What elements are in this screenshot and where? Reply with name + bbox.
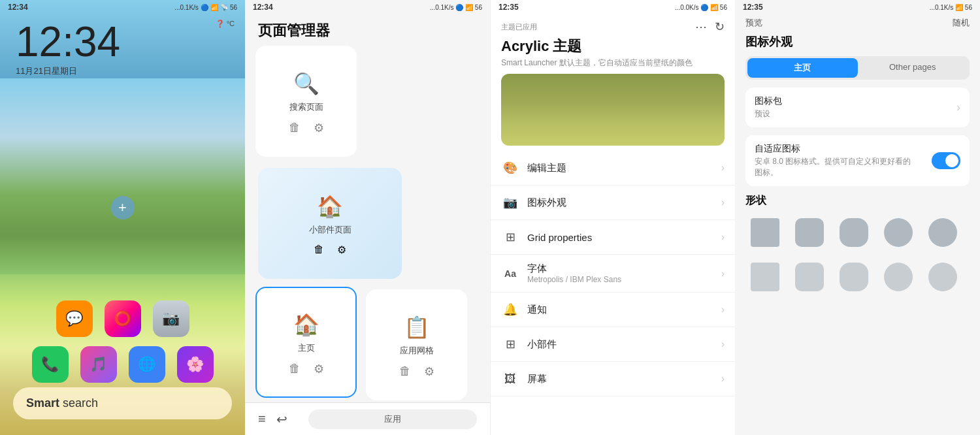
app-button[interactable]: 应用 (308, 410, 477, 429)
smart-search-rest: search (59, 396, 98, 410)
widget-page-label: 小部件页面 (309, 224, 351, 236)
pages-time-status: 12:34 (253, 3, 273, 12)
nav-preview[interactable]: 预览 (745, 17, 762, 29)
theme-status-bar: 12:35 ...0.0K/s 🔵 📶 56 (491, 0, 735, 14)
grid-icon: ⊞ (501, 228, 519, 246)
screen-chevron: › (721, 373, 725, 385)
page-manager-title: 页面管理器 (245, 14, 490, 46)
delete-icon-3[interactable]: 🗑 (289, 362, 301, 376)
icon-pack-block: 图标包 预设 › (745, 88, 970, 127)
widget-label: 小部件 (527, 338, 721, 351)
home-page-icon: 🏠 (293, 312, 319, 337)
shape-rounded-5[interactable] (834, 257, 874, 297)
theme-preview-image (501, 74, 725, 146)
shape-rounded-3[interactable] (879, 213, 918, 252)
theme-name: Acrylic 主题 (491, 37, 735, 57)
smart-search-bar[interactable]: Smart search (13, 387, 232, 419)
tab-main-page[interactable]: 主页 (747, 58, 858, 78)
more-icon[interactable]: ⋯ (695, 20, 707, 34)
app-icon-music[interactable]: 🎵 (80, 346, 117, 383)
appgrid-page-label: 应用网格 (400, 345, 434, 357)
theme-status-icons: ...0.0K/s 🔵 📶 56 (675, 4, 727, 11)
wifi-icon: 📡 (220, 4, 228, 11)
adaptive-toggle[interactable] (932, 152, 960, 169)
screen-icon: 🖼 (501, 370, 519, 388)
icon-pack-chevron[interactable]: › (956, 101, 960, 114)
shape-circle[interactable] (923, 213, 962, 252)
appgrid-page-card[interactable]: 📋 应用网格 🗑 ⚙ (366, 289, 467, 400)
notes-icon: 🌸 (186, 356, 204, 373)
nav-random[interactable]: 随机 (953, 17, 970, 29)
font-text: 字体 Metropolis / IBM Plex Sans (527, 263, 721, 284)
screen-label: 屏幕 (527, 373, 721, 385)
home-page-label: 主页 (298, 342, 315, 354)
battery-level: 56 (230, 4, 237, 11)
app-icon-browser[interactable]: 🌐 (129, 346, 165, 383)
widget-page-card[interactable]: 🏠 小部件页面 🗑 ⚙ (258, 168, 402, 279)
bluetooth-icon: 🔵 (201, 4, 208, 11)
icon-appearance-icon: 📷 (501, 193, 519, 212)
shape-square[interactable] (745, 213, 785, 252)
adaptive-icon-block: 自适应图标 安卓 8.0 图标格式。提供可自定义和更好看的图标。 (745, 135, 970, 186)
plus-icon: + (118, 199, 127, 216)
screen-item[interactable]: 🖼 屏幕 › (491, 362, 735, 396)
shape-square-2[interactable] (745, 257, 785, 297)
shape-rounded-6[interactable] (879, 257, 918, 297)
delete-icon-4[interactable]: 🗑 (399, 364, 411, 379)
search-page-actions: 🗑 ⚙ (289, 121, 324, 135)
shape-section-title: 形状 (735, 194, 980, 213)
icon-pack-sub: 预设 (755, 108, 782, 120)
smart-search-bold: Smart (26, 396, 59, 410)
shape-rounded-4[interactable] (790, 257, 829, 297)
tab-other-pages[interactable]: Other pages (858, 58, 968, 78)
app-icon-notes[interactable]: 🌸 (177, 346, 214, 383)
app-icon-colorful[interactable]: ⭕ (105, 300, 141, 337)
page-manager-panel: 12:34 ...0.1K/s 🔵 📶 56 页面管理器 🔍 搜索页面 🗑 ⚙ … (245, 0, 490, 435)
browser-icon: 🌐 (138, 356, 155, 373)
icon-tab-row: 主页 Other pages (745, 56, 970, 80)
settings-icon-4[interactable]: ⚙ (424, 364, 434, 379)
search-page-card[interactable]: 🔍 搜索页面 🗑 ⚙ (255, 46, 357, 157)
pages-status-icons: ...0.1K/s 🔵 📶 56 (430, 4, 482, 11)
app-row-1: 💬 ⭕ 📷 (0, 300, 245, 337)
notification-item[interactable]: 🔔 通知 › (491, 293, 735, 327)
undo-icon[interactable]: ↩ (276, 411, 287, 427)
settings-icon-2[interactable]: ⚙ (337, 244, 346, 256)
icon-status-bar: 12:35 ...0.1K/s 📶 56 (735, 0, 980, 14)
app-icon-messages[interactable]: 💬 (56, 300, 93, 337)
notification-icon: 🔔 (501, 300, 519, 319)
add-page-button[interactable]: + (111, 196, 135, 219)
app-icon-phone[interactable]: 📞 (32, 346, 69, 383)
edit-theme-item[interactable]: 🎨 编辑主题 › (491, 151, 735, 185)
app-row-2: 📞 🎵 🌐 🌸 (0, 346, 245, 383)
icon-appearance-item[interactable]: 📷 图标外观 › (491, 185, 735, 220)
grid-properties-item[interactable]: ⊞ Grid properties › (491, 220, 735, 255)
phone-icon: 📞 (41, 356, 59, 373)
appgrid-page-icon: 📋 (404, 315, 430, 340)
theme-header: 主题已应用 ⋯ ↻ (491, 14, 735, 37)
home-page-actions: 🗑 ⚙ (289, 362, 324, 376)
edit-theme-text: 编辑主题 (527, 162, 721, 174)
lock-status-icons: ...0.1K/s 🔵 📶 📡 56 (174, 4, 237, 11)
shape-rounded-1[interactable] (790, 213, 829, 252)
screen-text: 屏幕 (527, 373, 721, 385)
lock-status-bar: 12:34 ...0.1K/s 🔵 📶 📡 56 (0, 0, 245, 14)
font-item[interactable]: Aa 字体 Metropolis / IBM Plex Sans › (491, 255, 735, 293)
notification-text: 通知 (527, 304, 721, 316)
list-icon[interactable]: ≡ (258, 411, 266, 427)
notification-chevron: › (721, 304, 725, 315)
delete-icon-2[interactable]: 🗑 (314, 244, 324, 256)
refresh-icon[interactable]: ↻ (715, 20, 725, 34)
font-label: 字体 (527, 263, 721, 275)
home-page-card[interactable]: 🏠 主页 🗑 ⚙ (255, 287, 357, 398)
settings-icon-3[interactable]: ⚙ (314, 362, 324, 376)
app-icon-camera[interactable]: 📷 (153, 300, 189, 337)
shape-rounded-2[interactable] (834, 213, 874, 252)
widget-item[interactable]: ⊞ 小部件 › (491, 327, 735, 362)
delete-icon[interactable]: 🗑 (289, 121, 301, 135)
adaptive-text: 自适应图标 安卓 8.0 图标格式。提供可自定义和更好看的图标。 (755, 143, 911, 178)
shape-circle-2[interactable] (923, 257, 962, 297)
widget-page-icon: 🏠 (317, 194, 343, 219)
settings-icon[interactable]: ⚙ (314, 121, 324, 135)
theme-action-icons: ⋯ ↻ (695, 20, 725, 34)
